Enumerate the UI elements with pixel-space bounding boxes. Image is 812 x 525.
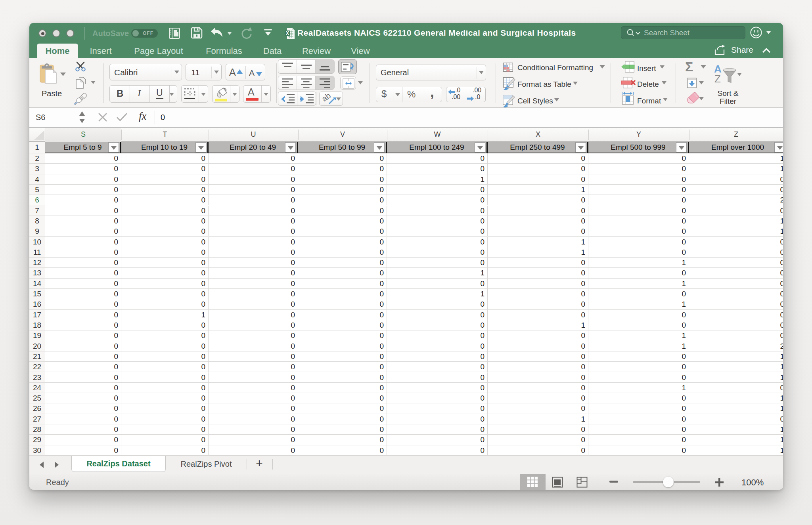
svg-text:X: X bbox=[286, 31, 289, 36]
